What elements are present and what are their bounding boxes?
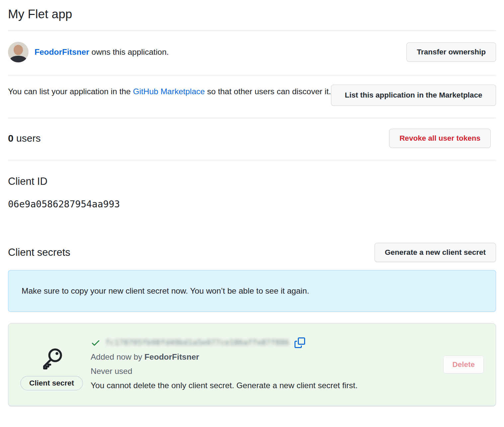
users-label: users (14, 133, 41, 144)
revoke-all-user-tokens-button[interactable]: Revoke all user tokens (389, 129, 491, 148)
owner-username-link[interactable]: FeodorFitsner (35, 47, 89, 56)
client-secrets-heading: Client secrets (8, 247, 70, 258)
check-icon (91, 338, 101, 348)
secret-added-line: Added now by FeodorFitsner (91, 350, 443, 364)
owner-avatar (8, 42, 29, 62)
copy-icon (294, 337, 305, 348)
marketplace-text-prefix: You can list your application in the (8, 87, 133, 96)
secret-added-prefix: Added now by (91, 352, 144, 361)
owner-line: FeodorFitsner owns this application. (35, 47, 169, 57)
client-id-value: 06e9a0586287954aa993 (8, 199, 496, 210)
client-secret-panel: Client secret fc178705fb98fd49bd1a5e077c… (8, 323, 496, 406)
client-id-heading: Client ID (8, 176, 496, 187)
users-count-heading: 0 users (8, 133, 41, 144)
copy-secret-notice-banner: Make sure to copy your new client secret… (8, 270, 496, 312)
divider (8, 160, 496, 160)
marketplace-text-suffix: so that other users can discover it. (205, 87, 331, 96)
owner-line-suffix: owns this application. (89, 47, 169, 56)
key-icon (39, 346, 64, 371)
client-secret-badge: Client secret (20, 376, 83, 391)
masked-client-secret-value: fc178705fb98fd49bd1a5e077ce186affe87f886 (105, 335, 289, 350)
delete-secret-button[interactable]: Delete (443, 356, 484, 374)
client-secrets-header: Client secrets Generate a new client sec… (8, 243, 496, 262)
secret-delete-note: You cannot delete the only client secret… (91, 378, 443, 392)
marketplace-section: You can list your application in the Git… (8, 75, 496, 118)
client-secret-value-row: fc178705fb98fd49bd1a5e077ce186affe87f886 (91, 335, 443, 350)
generate-new-client-secret-button[interactable]: Generate a new client secret (375, 243, 496, 262)
list-in-marketplace-button[interactable]: List this application in the Marketplace (331, 85, 496, 106)
page-title: My Flet app (8, 0, 496, 31)
avatar-shirt-shape (10, 56, 27, 62)
users-section: 0 users Revoke all user tokens (8, 118, 496, 160)
secret-usage-line: Never used (91, 364, 443, 378)
owner-section: FeodorFitsner owns this application. Tra… (8, 31, 496, 75)
client-id-section: Client ID 06e9a0586287954aa993 (8, 176, 496, 210)
app-settings-page: My Flet app FeodorFitsner owns this appl… (0, 0, 504, 414)
github-marketplace-link[interactable]: GitHub Marketplace (133, 87, 205, 96)
avatar-head-shape (14, 45, 23, 55)
secret-added-by: FeodorFitsner (144, 352, 199, 361)
copy-secret-button[interactable] (294, 337, 305, 348)
transfer-ownership-button[interactable]: Transfer ownership (406, 42, 496, 62)
users-count: 0 (8, 133, 14, 144)
client-secret-badge-column: Client secret (20, 335, 91, 391)
marketplace-text: You can list your application in the Git… (8, 85, 331, 99)
client-secret-details: fc178705fb98fd49bd1a5e077ce186affe87f886… (91, 335, 443, 392)
